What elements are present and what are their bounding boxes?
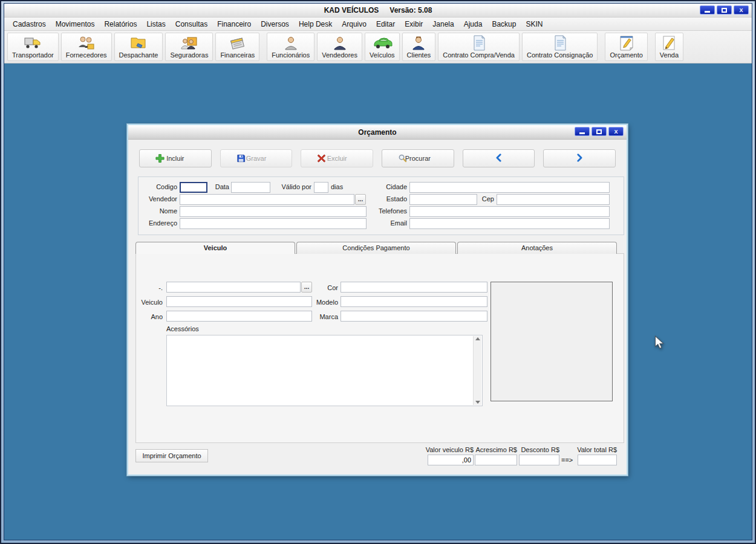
toolbar-button-fornecedores[interactable]: Fornecedores xyxy=(61,33,112,61)
tab-anotacoes[interactable]: Anotações xyxy=(457,242,617,254)
menu-help-desk[interactable]: Help Desk xyxy=(294,19,337,30)
tab-condicoes-pagamento[interactable]: Condições Pagamento xyxy=(296,242,456,254)
estado-input[interactable] xyxy=(409,194,477,205)
procurar-button[interactable]: Procurar xyxy=(382,149,454,167)
incluir-label: Incluir xyxy=(166,155,184,162)
veiculo-input[interactable] xyxy=(166,296,312,307)
acessorios-textarea[interactable] xyxy=(166,335,483,406)
toolbar-label: Contrato Compra/Venda xyxy=(443,51,515,59)
email-label: Email xyxy=(371,219,407,227)
ledger-icon xyxy=(228,34,247,51)
maximize-button[interactable] xyxy=(717,5,732,15)
toolbar-button-financeiras[interactable]: Financeiras xyxy=(215,33,259,61)
minimize-icon xyxy=(705,11,710,13)
toolbar-label: Financeiras xyxy=(220,51,255,59)
mdi-workspace: Orçamento X Incluir xyxy=(4,63,752,540)
nome-input[interactable] xyxy=(180,206,367,217)
data-input[interactable] xyxy=(231,182,270,193)
dialog-minimize-button[interactable] xyxy=(575,127,590,136)
valor-veiculo-input[interactable] xyxy=(428,455,474,465)
toolbar-button-funcionarios[interactable]: Funcionários xyxy=(267,33,314,61)
menu-backup[interactable]: Backup xyxy=(487,19,521,30)
acessorios-scrollbar[interactable] xyxy=(473,336,481,405)
valor-total-input[interactable] xyxy=(578,455,617,465)
dialog-maximize-button[interactable] xyxy=(591,127,607,136)
menu-bar: Cadastros Movimentos Relatórios Listas C… xyxy=(4,18,752,31)
tab-veiculo[interactable]: Veiculo xyxy=(135,242,295,254)
cep-label: Cep xyxy=(477,195,494,202)
orcamento-header-panel: Codigo Data Válido por dias Vendedor ...… xyxy=(138,176,624,235)
telefones-label: Telefones xyxy=(368,207,407,215)
maximize-icon xyxy=(596,129,602,134)
menu-diversos[interactable]: Diversos xyxy=(256,19,294,30)
imprimir-orcamento-button[interactable]: Imprimir Orçamento xyxy=(135,449,208,462)
telefones-input[interactable] xyxy=(409,206,610,217)
toolbar-label: Despachante xyxy=(119,51,158,59)
search-icon xyxy=(398,154,407,163)
toolbar-button-orcamento[interactable]: Orçamento xyxy=(605,33,647,61)
toolbar-button-transportador[interactable]: Transportador xyxy=(7,33,59,61)
window-content: KAD VEÍCULOSVersão: 5.08 X Cadastros Mov… xyxy=(4,3,752,540)
toolbar-button-seguradoras[interactable]: Seguradoras xyxy=(165,33,213,61)
toolbar-button-despachante[interactable]: Despachante xyxy=(114,33,163,61)
excluir-button[interactable]: Excluir xyxy=(301,149,373,167)
toolbar-button-venda[interactable]: Venda xyxy=(655,33,683,61)
mouse-cursor xyxy=(654,335,665,352)
scroll-up-icon[interactable] xyxy=(475,337,480,340)
toolbar-button-veiculos[interactable]: Veículos xyxy=(365,33,400,61)
tipo-input[interactable] xyxy=(166,282,301,293)
previous-record-button[interactable] xyxy=(463,149,535,167)
contract-icon xyxy=(553,34,567,51)
menu-arquivo[interactable]: Arquivo xyxy=(337,19,371,30)
codigo-input[interactable] xyxy=(180,182,207,193)
main-titlebar[interactable]: KAD VEÍCULOSVersão: 5.08 X xyxy=(4,4,752,18)
menu-consultas[interactable]: Consultas xyxy=(171,19,212,30)
endereco-label: Endereço xyxy=(138,219,177,227)
cidade-input[interactable] xyxy=(409,182,610,193)
menu-relatorios[interactable]: Relatórios xyxy=(99,19,142,30)
endereco-input[interactable] xyxy=(180,218,367,229)
vendedor-browse-button[interactable]: ... xyxy=(355,194,366,205)
valido-por-input[interactable] xyxy=(314,182,328,193)
next-record-button[interactable] xyxy=(543,149,616,167)
menu-skin[interactable]: SKIN xyxy=(521,19,547,30)
acrescimo-label: Acrescimo R$ xyxy=(475,446,517,453)
menu-listas[interactable]: Listas xyxy=(142,19,170,30)
tipo-browse-button[interactable]: ... xyxy=(301,282,312,293)
menu-financeiro[interactable]: Financeiro xyxy=(212,19,256,30)
folder-hand-icon xyxy=(129,34,148,51)
note-pencil-icon xyxy=(618,34,635,51)
toolbar-button-clientes[interactable]: Clientes xyxy=(402,33,436,61)
toolbar-button-vendedores[interactable]: Vendedores xyxy=(317,33,362,61)
app-title: KAD VEÍCULOSVersão: 5.08 xyxy=(4,6,752,15)
cor-input[interactable] xyxy=(341,282,487,293)
acrescimo-input[interactable] xyxy=(475,455,517,465)
menu-movimentos[interactable]: Movimentos xyxy=(51,19,100,30)
incluir-button[interactable]: Incluir xyxy=(139,149,212,167)
email-input[interactable] xyxy=(409,218,610,229)
close-button[interactable]: X xyxy=(734,5,749,15)
menu-ajuda[interactable]: Ajuda xyxy=(459,19,487,30)
delete-x-icon xyxy=(317,154,326,163)
orcamento-titlebar[interactable]: Orçamento X xyxy=(128,125,627,140)
seller-icon xyxy=(331,34,348,51)
menu-cadastros[interactable]: Cadastros xyxy=(8,19,51,30)
gravar-button[interactable]: Gravar xyxy=(220,149,293,167)
desconto-input[interactable] xyxy=(519,455,559,465)
dialog-close-button[interactable]: X xyxy=(608,127,624,136)
modelo-input[interactable] xyxy=(341,296,487,307)
toolbar-button-contrato-compra-venda[interactable]: Contrato Compra/Venda xyxy=(438,33,520,61)
menu-janela[interactable]: Janela xyxy=(428,19,458,30)
scroll-down-icon[interactable] xyxy=(475,401,480,404)
toolbar-button-contrato-consignacao[interactable]: Contrato Consignação xyxy=(522,33,598,61)
vendedor-label: Vendedor xyxy=(138,195,177,202)
ano-input[interactable] xyxy=(166,311,312,322)
minimize-button[interactable] xyxy=(700,5,715,15)
marca-input[interactable] xyxy=(341,311,487,322)
cep-input[interactable] xyxy=(497,194,610,205)
menu-editar[interactable]: Editar xyxy=(371,19,400,30)
toolbar-label: Transportador xyxy=(12,51,54,59)
valor-veiculo-label: Valor veiculo R$ xyxy=(419,446,474,453)
vendedor-input[interactable] xyxy=(180,194,354,205)
menu-exibir[interactable]: Exibir xyxy=(400,19,428,30)
